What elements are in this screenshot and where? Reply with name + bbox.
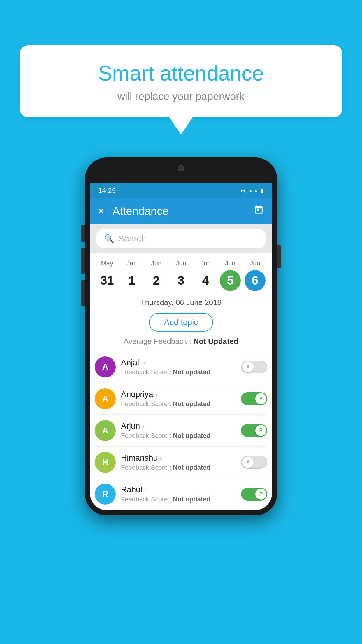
search-bar[interactable]: 🔍 Search: [96, 229, 266, 249]
calendar-month-label: May: [101, 260, 113, 267]
avatar: R: [95, 484, 116, 505]
toggle-container[interactable]: P: [241, 488, 267, 501]
avatar: A: [95, 420, 116, 441]
close-button[interactable]: ×: [98, 205, 104, 217]
student-info: Himanshu ›Feedback Score : Not updated: [121, 453, 236, 471]
selected-date-label: Thursday, 06 June 2019: [90, 294, 272, 310]
student-name: Anjali ›: [121, 358, 236, 367]
student-name: Anupriya ›: [121, 390, 236, 399]
student-score: Feedback Score : Not updated: [121, 496, 236, 503]
chevron-right-icon: ›: [160, 455, 162, 461]
student-name: Arjun ›: [121, 421, 236, 431]
calendar-icon[interactable]: [254, 205, 264, 217]
toggle-knob: A: [242, 457, 254, 468]
chevron-right-icon: ›: [145, 487, 147, 493]
battery-icon: ▮: [261, 188, 264, 194]
toggle-knob: A: [242, 361, 254, 372]
student-info: Anjali ›Feedback Score : Not updated: [121, 358, 236, 376]
speech-bubble-tail: [169, 117, 193, 135]
app-title: Attendance: [113, 205, 246, 218]
calendar-month-label: Jun: [225, 260, 235, 267]
phone-body: 14:29 ▾▾ ▲▲ ▮ × Attendance: [85, 158, 277, 515]
speech-bubble-container: Smart attendance will replace your paper…: [20, 45, 342, 135]
calendar-month-label: Jun: [126, 260, 137, 267]
avg-feedback-label: Average Feedback :: [124, 337, 193, 346]
toggle-container[interactable]: A: [241, 456, 267, 469]
student-info: Arjun ›Feedback Score : Not updated: [121, 421, 236, 440]
toggle-container[interactable]: P: [241, 424, 267, 437]
toggle-container[interactable]: P: [241, 392, 267, 405]
status-time: 14:29: [98, 187, 116, 195]
student-row[interactable]: AAnupriya ›Feedback Score : Not updatedP: [95, 383, 267, 415]
toggle-knob: P: [255, 489, 266, 500]
student-score: Feedback Score : Not updated: [121, 432, 236, 440]
status-icons: ▾▾ ▲▲ ▮: [240, 188, 264, 194]
calendar-day-number[interactable]: 1: [121, 270, 142, 291]
student-score: Feedback Score : Not updated: [121, 368, 236, 376]
calendar-month-label: Jun: [201, 260, 211, 267]
attendance-toggle[interactable]: P: [241, 488, 267, 501]
toggle-knob: P: [255, 425, 266, 436]
volume-up-button: [81, 248, 85, 274]
calendar-day[interactable]: Jun4: [195, 260, 217, 291]
avatar: A: [95, 388, 116, 409]
calendar-day-number[interactable]: 5: [220, 270, 241, 291]
chevron-right-icon: ›: [156, 391, 158, 398]
student-row[interactable]: AArjun ›Feedback Score : Not updatedP: [95, 415, 267, 447]
add-topic-container: Add topic: [90, 310, 272, 337]
status-bar: 14:29 ▾▾ ▲▲ ▮: [90, 183, 272, 198]
attendance-toggle[interactable]: P: [241, 424, 267, 437]
search-icon: 🔍: [104, 234, 114, 244]
calendar-day[interactable]: Jun5: [219, 260, 241, 291]
power-button: [277, 245, 281, 268]
wifi-icon: ▾▾: [240, 188, 246, 194]
app-header: × Attendance: [90, 198, 272, 224]
search-placeholder: Search: [118, 234, 146, 244]
signal-icon: ▲▲: [248, 188, 259, 194]
calendar-month-label: Jun: [250, 260, 260, 267]
search-container: 🔍 Search: [90, 224, 272, 253]
add-topic-button[interactable]: Add topic: [149, 313, 213, 332]
attendance-toggle[interactable]: A: [241, 456, 267, 469]
speech-bubble-subtitle: will replace your paperwork: [37, 90, 325, 103]
calendar-month-label: Jun: [151, 260, 161, 267]
phone-notch: [164, 163, 198, 174]
chevron-right-icon: ›: [143, 359, 145, 366]
app-screen: × Attendance 🔍 Search May31Jun1Jun2Jun3J…: [90, 198, 272, 510]
avg-feedback-value: Not Updated: [193, 337, 238, 346]
calendar-day-number[interactable]: 6: [245, 270, 266, 291]
chevron-right-icon: ›: [142, 423, 144, 430]
calendar-day[interactable]: Jun1: [121, 260, 143, 291]
student-info: Anupriya ›Feedback Score : Not updated: [121, 390, 236, 408]
calendar-month-label: Jun: [176, 260, 186, 267]
toggle-knob: P: [255, 393, 266, 404]
calendar-day[interactable]: Jun6: [244, 260, 266, 291]
speech-bubble-title: Smart attendance: [37, 61, 325, 85]
volume-down-button: [81, 280, 85, 306]
student-row[interactable]: HHimanshu ›Feedback Score : Not updatedA: [95, 447, 267, 478]
average-feedback: Average Feedback : Not Updated: [90, 337, 272, 351]
calendar-day-number[interactable]: 31: [96, 270, 117, 291]
student-score: Feedback Score : Not updated: [121, 464, 236, 471]
calendar-day-number[interactable]: 4: [195, 270, 216, 291]
student-score: Feedback Score : Not updated: [121, 400, 236, 408]
calendar-day[interactable]: Jun2: [145, 260, 167, 291]
attendance-toggle[interactable]: P: [241, 392, 267, 405]
avatar: H: [95, 452, 116, 473]
phone-notch-bar: [90, 163, 272, 183]
mute-button: [81, 225, 85, 242]
speech-bubble: Smart attendance will replace your paper…: [20, 45, 342, 117]
calendar-day-number[interactable]: 2: [146, 270, 167, 291]
student-row[interactable]: AAnjali ›Feedback Score : Not updatedA: [95, 351, 267, 383]
toggle-container[interactable]: A: [241, 360, 267, 373]
calendar-day[interactable]: Jun3: [170, 260, 192, 291]
student-row[interactable]: RRahul ›Feedback Score : Not updatedP: [95, 478, 267, 510]
attendance-toggle[interactable]: A: [241, 360, 267, 373]
phone-camera: [178, 165, 184, 172]
student-info: Rahul ›Feedback Score : Not updated: [121, 485, 236, 503]
student-list: AAnjali ›Feedback Score : Not updatedAAA…: [90, 351, 272, 510]
phone-container: 14:29 ▾▾ ▲▲ ▮ × Attendance: [85, 158, 277, 515]
calendar-day-number[interactable]: 3: [171, 270, 191, 291]
student-name: Rahul ›: [121, 485, 236, 494]
calendar-day[interactable]: May31: [96, 260, 118, 291]
